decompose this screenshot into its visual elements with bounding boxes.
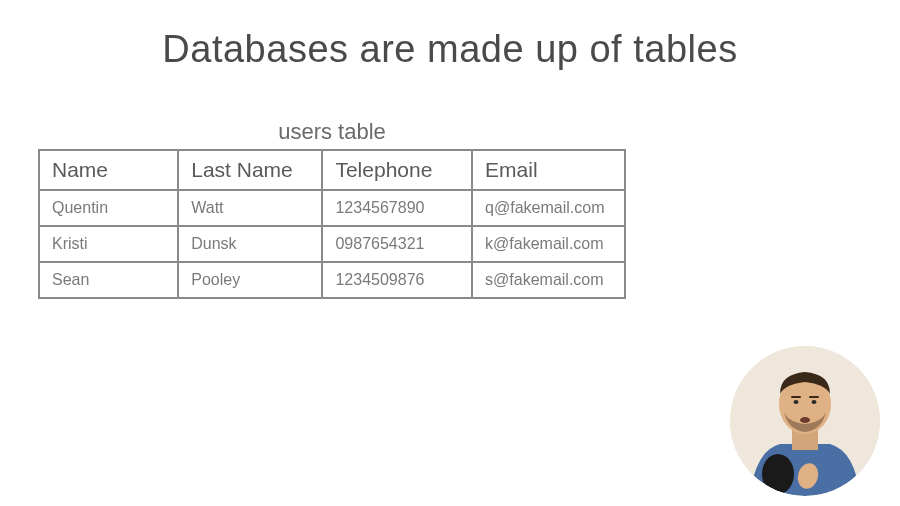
cell-telephone: 0987654321: [322, 226, 472, 262]
cell-telephone: 1234509876: [322, 262, 472, 298]
table-header-lastname: Last Name: [178, 150, 322, 190]
cell-lastname: Pooley: [178, 262, 322, 298]
table-row: Kristi Dunsk 0987654321 k@fakemail.com: [39, 226, 625, 262]
table-row: Quentin Watt 1234567890 q@fakemail.com: [39, 190, 625, 226]
cell-name: Sean: [39, 262, 178, 298]
svg-point-5: [812, 400, 817, 404]
cell-name: Quentin: [39, 190, 178, 226]
cell-lastname: Watt: [178, 190, 322, 226]
table-header-telephone: Telephone: [322, 150, 472, 190]
table-header-row: Name Last Name Telephone Email: [39, 150, 625, 190]
table-header-name: Name: [39, 150, 178, 190]
svg-rect-6: [791, 396, 801, 398]
cell-email: k@fakemail.com: [472, 226, 625, 262]
svg-rect-11: [774, 486, 782, 496]
slide-title: Databases are made up of tables: [0, 0, 900, 71]
svg-rect-7: [809, 396, 819, 398]
cell-email: s@fakemail.com: [472, 262, 625, 298]
svg-point-4: [794, 400, 799, 404]
presenter-webcam: [730, 346, 880, 496]
users-table: Name Last Name Telephone Email Quentin W…: [38, 149, 626, 299]
cell-lastname: Dunsk: [178, 226, 322, 262]
cell-email: q@fakemail.com: [472, 190, 625, 226]
svg-point-8: [800, 417, 810, 423]
table-header-email: Email: [472, 150, 625, 190]
table-label: users table: [38, 119, 626, 145]
cell-telephone: 1234567890: [322, 190, 472, 226]
table-row: Sean Pooley 1234509876 s@fakemail.com: [39, 262, 625, 298]
cell-name: Kristi: [39, 226, 178, 262]
